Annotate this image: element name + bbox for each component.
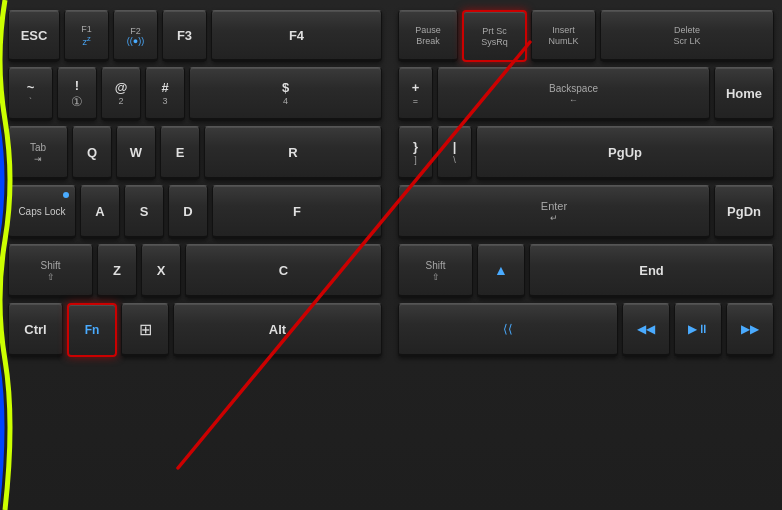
keyboard-left-section: ESC F1 zz F2 ((●)) F3 F4 ~ ` xyxy=(0,0,390,510)
key-label: E xyxy=(176,145,185,160)
key-label: Caps Lock xyxy=(18,206,65,217)
key-label: Ctrl xyxy=(24,322,46,337)
key-label: F xyxy=(293,204,301,219)
key-label: C xyxy=(279,263,288,278)
key-sub-label: SysRq xyxy=(481,37,508,47)
key-sub-label: = xyxy=(413,96,418,106)
key-d[interactable]: D xyxy=(168,185,208,239)
key-label: Q xyxy=(87,145,97,160)
key-pgdn[interactable]: PgDn xyxy=(714,185,774,239)
key-space-right[interactable]: ⟨⟨ xyxy=(398,303,618,357)
key-z[interactable]: Z xyxy=(97,244,137,298)
key-sub-label: Scr LK xyxy=(673,36,700,46)
key-enter[interactable]: Enter ↵ xyxy=(398,185,710,239)
key-r[interactable]: R xyxy=(204,126,382,180)
key-label: Home xyxy=(726,86,762,101)
key-f2[interactable]: F2 ((●)) xyxy=(113,10,158,62)
key-label: S xyxy=(140,204,149,219)
key-label: ⟨⟨ xyxy=(503,322,513,336)
key-label: Insert xyxy=(552,25,575,35)
key-f3[interactable]: F3 xyxy=(162,10,207,62)
key-label: D xyxy=(183,204,192,219)
key-sub-label: 4 xyxy=(283,96,288,106)
key-backslash[interactable]: | \ xyxy=(437,126,472,180)
key-alt[interactable]: Alt xyxy=(173,303,382,357)
key-up-arrow[interactable]: ▲ xyxy=(477,244,525,298)
key-label: Z xyxy=(113,263,121,278)
key-label: | xyxy=(453,139,457,154)
key-sub-label: \ xyxy=(453,155,456,165)
key-s[interactable]: S xyxy=(124,185,164,239)
row-qwerty-left: Tab ⇥ Q W E R xyxy=(8,126,382,180)
row-shift-right: Shift ⇧ ▲ End xyxy=(398,244,774,298)
key-win[interactable]: ⊞ xyxy=(121,303,169,357)
key-sub-label: NumLK xyxy=(548,36,578,46)
key-pause-break[interactable]: Pause Break xyxy=(398,10,458,62)
key-bracket-right[interactable]: } ] xyxy=(398,126,433,180)
key-left-arrow[interactable]: ◀◀ xyxy=(622,303,670,357)
key-q[interactable]: Q xyxy=(72,126,112,180)
key-label: @ xyxy=(115,80,128,95)
key-label: Backspace xyxy=(549,83,598,94)
key-1[interactable]: ! ① xyxy=(57,67,97,121)
key-sub-label: Break xyxy=(416,36,440,46)
row-bracket-right: } ] | \ PgUp xyxy=(398,126,774,180)
key-label: ~ xyxy=(27,80,35,95)
row-asdf-left: Caps Lock A S D F xyxy=(8,185,382,239)
key-pgup[interactable]: PgUp xyxy=(476,126,774,180)
row-enter-right: Enter ↵ PgDn xyxy=(398,185,774,239)
row-bottom-left: Ctrl Fn ⊞ Alt xyxy=(8,303,382,357)
key-fn-label: zz xyxy=(82,34,90,47)
key-arrow: ⇥ xyxy=(34,154,42,164)
row-function-right: Pause Break Prt Sc SysRq Insert NumLK De… xyxy=(398,10,774,62)
key-label: F3 xyxy=(177,28,192,43)
caps-indicator xyxy=(63,192,69,198)
key-label: ! xyxy=(75,78,79,93)
key-home[interactable]: Home xyxy=(714,67,774,121)
key-arrow: ↵ xyxy=(550,213,558,223)
key-equals-plus[interactable]: + = xyxy=(398,67,433,121)
key-label: ⊞ xyxy=(139,320,152,339)
key-f1[interactable]: F1 zz xyxy=(64,10,109,62)
key-top-label: F1 xyxy=(81,24,92,34)
key-x[interactable]: X xyxy=(141,244,181,298)
key-sub-label: 2 xyxy=(118,96,123,106)
keyboard-right-section: Pause Break Prt Sc SysRq Insert NumLK De… xyxy=(390,0,782,510)
key-label: ▶▶ xyxy=(741,322,759,336)
key-label: Prt Sc xyxy=(482,26,507,36)
row-number-right: + = Backspace ← Home xyxy=(398,67,774,121)
key-label: End xyxy=(639,263,664,278)
key-delete-scrlk[interactable]: Delete Scr LK xyxy=(600,10,774,62)
key-fn[interactable]: Fn xyxy=(67,303,117,357)
key-fn-label: ((●)) xyxy=(127,36,144,46)
row-zxc-left: Shift ⇧ Z X C xyxy=(8,244,382,298)
key-2[interactable]: @ 2 xyxy=(101,67,141,121)
key-label: Fn xyxy=(85,323,100,337)
key-insert-numlk[interactable]: Insert NumLK xyxy=(531,10,596,62)
key-c[interactable]: C xyxy=(185,244,382,298)
key-label: $ xyxy=(282,80,289,95)
key-label: PgDn xyxy=(727,204,761,219)
key-3[interactable]: # 3 xyxy=(145,67,185,121)
key-label: PgUp xyxy=(608,145,642,160)
key-label: X xyxy=(157,263,166,278)
key-label: Shift xyxy=(425,260,445,271)
key-label: R xyxy=(288,145,297,160)
key-down-arrow[interactable]: ▶⏸ xyxy=(674,303,722,357)
key-label: } xyxy=(413,139,418,154)
key-prtsc-sysrq[interactable]: Prt Sc SysRq xyxy=(462,10,527,62)
keyboard-diagram: ESC F1 zz F2 ((●)) F3 F4 ~ ` xyxy=(0,0,782,510)
key-sub-label: 3 xyxy=(162,96,167,106)
key-shift-right[interactable]: Shift ⇧ xyxy=(398,244,473,298)
key-f4[interactable]: F4 xyxy=(211,10,382,62)
key-e[interactable]: E xyxy=(160,126,200,180)
key-label: F4 xyxy=(289,28,304,43)
key-f[interactable]: F xyxy=(212,185,382,239)
key-right-arrow[interactable]: ▶▶ xyxy=(726,303,774,357)
key-w[interactable]: W xyxy=(116,126,156,180)
key-top-label: F2 xyxy=(130,26,141,36)
key-backspace[interactable]: Backspace ← xyxy=(437,67,710,121)
key-a[interactable]: A xyxy=(80,185,120,239)
key-4[interactable]: $ 4 xyxy=(189,67,382,121)
key-end[interactable]: End xyxy=(529,244,774,298)
